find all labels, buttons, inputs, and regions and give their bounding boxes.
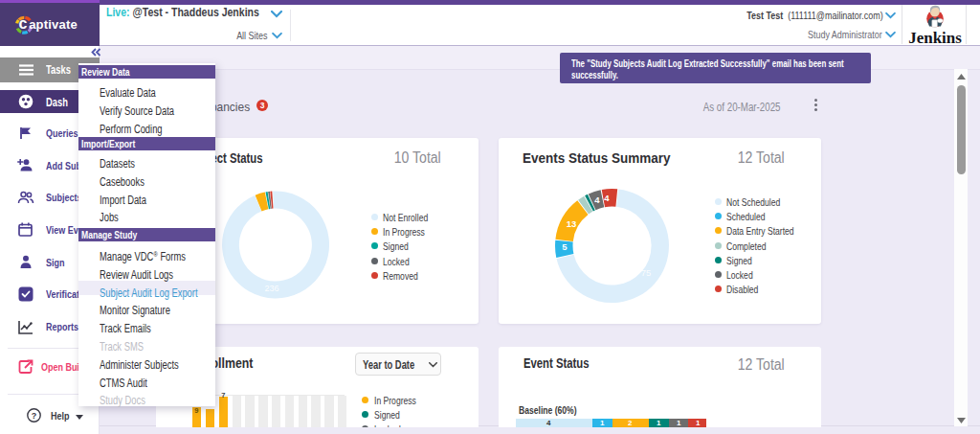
svg-text:4: 4 <box>604 193 610 203</box>
svg-text:13: 13 <box>567 218 577 229</box>
svg-text:4: 4 <box>594 194 600 205</box>
svg-text:?: ? <box>32 411 37 421</box>
svg-text:75: 75 <box>641 267 652 278</box>
svg-text:236: 236 <box>264 284 278 293</box>
svg-text:5: 5 <box>562 241 568 252</box>
